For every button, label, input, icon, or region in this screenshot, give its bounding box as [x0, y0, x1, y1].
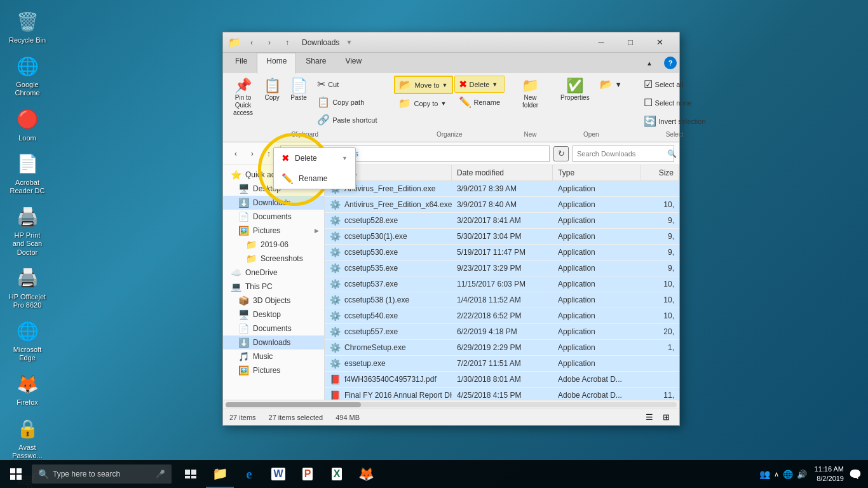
address-back-button[interactable]: ‹ [228, 146, 243, 161]
copy-button[interactable]: 📋 Copy [259, 76, 285, 105]
select-all-button[interactable]: ☑ Select all [639, 76, 710, 93]
taskbar-edge[interactable]: e [235, 460, 263, 488]
col-header-type[interactable]: Type [553, 165, 641, 180]
taskbar-firefox-icon: 🦊 [358, 466, 374, 482]
taskbar-powerpoint[interactable]: P [294, 460, 322, 488]
desktop-icon-avast-pass[interactable]: 🔒 Avast Passwo... [5, 414, 50, 463]
nav-this-pc[interactable]: 💻 This PC [223, 280, 324, 294]
nav-documents2[interactable]: 📄 Documents [223, 322, 324, 336]
file-row[interactable]: ⚙️ ccsetup540.exe 2/22/2018 6:52 PM Appl… [325, 308, 679, 324]
large-icons-view-button[interactable]: ⊞ [659, 411, 673, 424]
taskbar-excel[interactable]: X [323, 460, 351, 488]
nav-panel[interactable]: ⭐ Quick access 🖥️ Desktop ⬇️ Downloads 📄… [223, 165, 325, 400]
taskbar-task-view[interactable] [177, 460, 205, 488]
taskbar-file-explorer[interactable]: 📁 [206, 460, 234, 488]
ribbon-collapse-button[interactable]: ▲ [635, 53, 664, 73]
ribbon-content: 📌 Pin to Quick access 📋 Copy 📄 Paste [223, 73, 679, 142]
close-button[interactable]: ✕ [645, 32, 674, 53]
desktop-icon-hp-officejet[interactable]: 🖨️ HP Officejet Pro 8620 [5, 263, 50, 312]
paste-button[interactable]: 📄 Paste [286, 76, 311, 105]
properties-button[interactable]: ✅ Properties [556, 76, 594, 105]
file-row[interactable]: 📕 f4WH363540C495731J.pdf 1/30/2018 8:01 … [325, 372, 679, 388]
start-button[interactable] [0, 460, 32, 488]
delete-button[interactable]: ✖ Delete ▼ [454, 76, 505, 93]
nav-2019-06[interactable]: 📁 2019-06 [223, 238, 324, 252]
forward-button[interactable]: › [262, 36, 276, 50]
desktop-icon-hp-print[interactable]: 🖨️ HP Print and Scan Doctor [5, 201, 50, 259]
desktop-icon-acrobat[interactable]: 📄 Acrobat Reader DC [5, 149, 50, 198]
nav-pictures[interactable]: 🖼️ Pictures ▶ [223, 224, 324, 238]
new-folder-button[interactable]: 📁 New folder [517, 76, 543, 112]
open-options-button[interactable]: 📂 ▼ [595, 76, 627, 93]
refresh-button[interactable]: ↻ [553, 146, 569, 161]
copy-to-button[interactable]: 📁 Copy to ▼ [394, 95, 452, 112]
file-row[interactable]: ⚙️ ccsetup557.exe 6/2/2019 4:18 PM Appli… [325, 324, 679, 340]
nav-downloads2[interactable]: ⬇️ Downloads [223, 336, 324, 349]
file-row[interactable]: ⚙️ ccsetup530.exe 5/19/2017 11:47 PM App… [325, 245, 679, 261]
file-row[interactable]: ⚙️ Antivirus_Free_Edition_x64.exe 3/9/20… [325, 197, 679, 213]
maximize-button[interactable]: □ [616, 32, 645, 53]
popup-delete-item[interactable]: ✖ Delete ▼ [274, 148, 355, 168]
details-view-button[interactable]: ☰ [642, 411, 656, 424]
taskbar-people-icon[interactable]: 👥 [759, 469, 770, 479]
file-row[interactable]: 📕 Final FY 2016 Annual Report DHSEM.pdf … [325, 388, 679, 400]
scroll-thumb[interactable] [226, 402, 361, 407]
search-input[interactable] [577, 150, 665, 158]
move-to-button[interactable]: 📂 Move to ▼ [394, 76, 452, 94]
file-row[interactable]: ⚙️ ccsetup530(1).exe 5/30/2017 3:04 PM A… [325, 229, 679, 245]
select-none-button[interactable]: ☐ Select none [639, 94, 710, 111]
file-row[interactable]: ⚙️ ccsetup535.exe 9/23/2017 3:29 PM Appl… [325, 261, 679, 276]
file-row[interactable]: ⚙️ ccsetup537.exe 11/15/2017 6:03 PM App… [325, 276, 679, 292]
back-button[interactable]: ‹ [245, 36, 259, 50]
nav-pictures2[interactable]: 🖼️ Pictures [223, 363, 324, 377]
desktop-icon-ms-edge[interactable]: 🌐 Microsoft Edge [5, 316, 50, 365]
taskbar-chevron-icon[interactable]: ∧ [774, 470, 779, 478]
up-button[interactable]: ↑ [280, 36, 294, 50]
file-row[interactable]: ⚙️ ChromeSetup.exe 6/29/2019 2:29 PM App… [325, 340, 679, 356]
nav-documents[interactable]: 📄 Documents [223, 210, 324, 224]
file-list-area[interactable]: Name ▲ Date modified Type Size ⚙️ [325, 165, 679, 400]
taskbar-time[interactable]: 11:16 AM 8/2/2019 [815, 464, 844, 484]
file-row[interactable]: ⚙️ ccsetup528.exe 3/20/2017 8:41 AM Appl… [325, 213, 679, 229]
paste-shortcut-button[interactable]: 🔗 Paste shortcut [313, 111, 381, 128]
taskbar-word[interactable]: W [264, 460, 292, 488]
taskbar-search[interactable]: 🔍 Type here to search 🎤 [32, 464, 172, 484]
tab-home[interactable]: Home [257, 53, 296, 74]
col-header-size[interactable]: Size [641, 165, 679, 180]
minimize-button[interactable]: ─ [587, 32, 616, 53]
tab-view[interactable]: View [336, 53, 371, 73]
file-row[interactable]: ⚙️ essetup.exe 7/2/2017 11:51 AM Applica… [325, 356, 679, 372]
desktop-icon-recycle-bin[interactable]: 🗑️ Recycle Bin [5, 6, 50, 47]
nav-screenshots[interactable]: 📁 Screenshots [223, 252, 324, 266]
pin-to-quick-access-button[interactable]: 📌 Pin to Quick access [228, 76, 258, 120]
popup-rename-item[interactable]: ✏️ Rename [274, 168, 355, 189]
scroll-track[interactable] [226, 402, 677, 407]
col-header-date[interactable]: Date modified [452, 165, 553, 180]
file-row[interactable]: ⚙️ ccsetup538 (1).exe 1/4/2018 11:52 AM … [325, 292, 679, 308]
taskbar-firefox[interactable]: 🦊 [352, 460, 380, 488]
nav-music[interactable]: 🎵 Music [223, 349, 324, 363]
taskbar-notification-icon[interactable]: 🗨️ [849, 468, 862, 480]
horizontal-scrollbar[interactable] [223, 400, 679, 409]
search-box[interactable]: 🔍 [573, 146, 674, 162]
taskbar-volume-icon[interactable]: 🔊 [797, 470, 807, 479]
desktop-icon-firefox[interactable]: 🦊 Firefox [5, 369, 50, 409]
taskbar-network-icon[interactable]: 🌐 [783, 470, 793, 479]
title-dropdown-arrow[interactable]: ▼ [346, 39, 352, 46]
copy-path-button[interactable]: 📋 Copy path [313, 93, 381, 111]
tab-file[interactable]: File [226, 53, 257, 73]
cut-button[interactable]: ✂ Cut [313, 76, 381, 93]
help-button[interactable]: ? [664, 57, 677, 69]
nav-onedrive[interactable]: ☁️ OneDrive [223, 266, 324, 280]
desktop-icon-chrome[interactable]: 🌐 Google Chrome [5, 51, 50, 100]
file-row[interactable]: ⚙️ Antivirus_Free_Edition.exe 3/9/2017 8… [325, 181, 679, 197]
nav-downloads[interactable]: ⬇️ Downloads [223, 196, 324, 210]
invert-selection-button[interactable]: 🔄 Invert selection [639, 112, 710, 130]
tab-share[interactable]: Share [296, 53, 336, 73]
nav-desktop2[interactable]: 🖥️ Desktop [223, 308, 324, 322]
address-forward-button[interactable]: › [245, 146, 260, 161]
rename-button[interactable]: ✏️ Rename [454, 93, 505, 111]
nav-3d-objects[interactable]: 📦 3D Objects [223, 294, 324, 308]
select-buttons: ☑ Select all ☐ Select none 🔄 Invert sele… [639, 76, 710, 130]
desktop-icon-loom[interactable]: 🔴 Loom [5, 104, 50, 145]
